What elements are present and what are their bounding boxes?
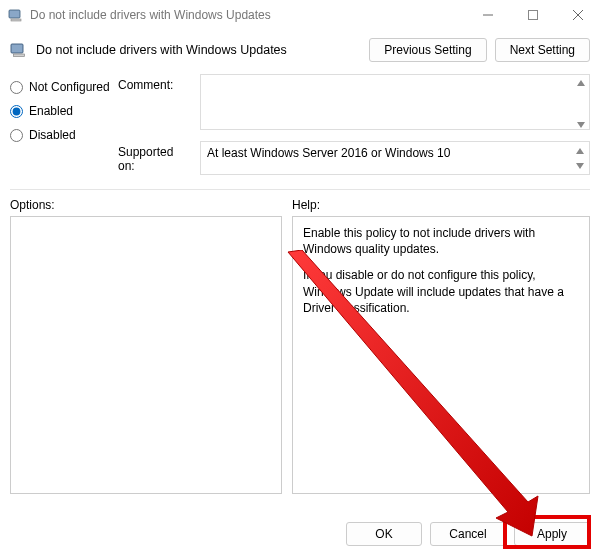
policy-icon [10,41,28,59]
header-row: Do not include drivers with Windows Upda… [0,30,600,72]
title-bar: Do not include drivers with Windows Upda… [0,0,600,30]
cancel-button[interactable]: Cancel [430,522,506,546]
radio-enabled[interactable]: Enabled [10,104,118,118]
supported-on-text: At least Windows Server 2016 or Windows … [207,146,450,160]
comment-textarea[interactable] [200,74,590,130]
svg-marker-9 [577,122,585,128]
window-controls [465,0,600,30]
svg-marker-11 [576,163,584,169]
supported-on-value: At least Windows Server 2016 or Windows … [200,141,590,175]
window-title: Do not include drivers with Windows Upda… [30,8,271,22]
radio-not-configured[interactable]: Not Configured [10,80,118,94]
options-panel [10,216,282,494]
radio-not-configured-input[interactable] [10,81,23,94]
svg-rect-1 [11,19,21,21]
svg-marker-8 [577,80,585,86]
radio-disabled-input[interactable] [10,129,23,142]
app-icon [8,7,24,23]
comment-scrollbar[interactable] [574,76,588,131]
scroll-down-icon[interactable] [574,118,588,131]
panels: Enable this policy to not include driver… [0,216,600,494]
options-label: Options: [10,198,292,212]
maximize-button[interactable] [510,0,555,30]
next-setting-button[interactable]: Next Setting [495,38,590,62]
radio-disabled-label: Disabled [29,128,76,142]
policy-title: Do not include drivers with Windows Upda… [36,43,361,57]
svg-rect-0 [9,10,20,18]
radio-enabled-input[interactable] [10,105,23,118]
svg-rect-7 [14,54,25,57]
help-panel: Enable this policy to not include driver… [292,216,590,494]
comment-label: Comment: [118,74,200,92]
radio-enabled-label: Enabled [29,104,73,118]
radio-disabled[interactable]: Disabled [10,128,118,142]
supported-scrollbar[interactable] [573,144,587,172]
config-area: Not Configured Enabled Disabled Comment:… [0,72,600,189]
help-label: Help: [292,198,320,212]
radio-not-configured-label: Not Configured [29,80,110,94]
ok-button[interactable]: OK [346,522,422,546]
panel-labels: Options: Help: [0,198,600,216]
help-paragraph-1: Enable this policy to not include driver… [303,225,579,257]
minimize-button[interactable] [465,0,510,30]
previous-setting-button[interactable]: Previous Setting [369,38,486,62]
scroll-down-icon[interactable] [573,159,587,172]
separator [10,189,590,190]
state-radio-group: Not Configured Enabled Disabled [10,74,118,183]
svg-marker-10 [576,148,584,154]
svg-rect-6 [11,44,23,53]
close-button[interactable] [555,0,600,30]
svg-rect-3 [528,11,537,20]
scroll-up-icon[interactable] [574,76,588,89]
help-paragraph-2: If you disable or do not configure this … [303,267,579,316]
apply-button[interactable]: Apply [514,522,590,546]
dialog-buttons: OK Cancel Apply [346,522,590,546]
scroll-up-icon[interactable] [573,144,587,157]
supported-on-label: Supported on: [118,141,200,173]
